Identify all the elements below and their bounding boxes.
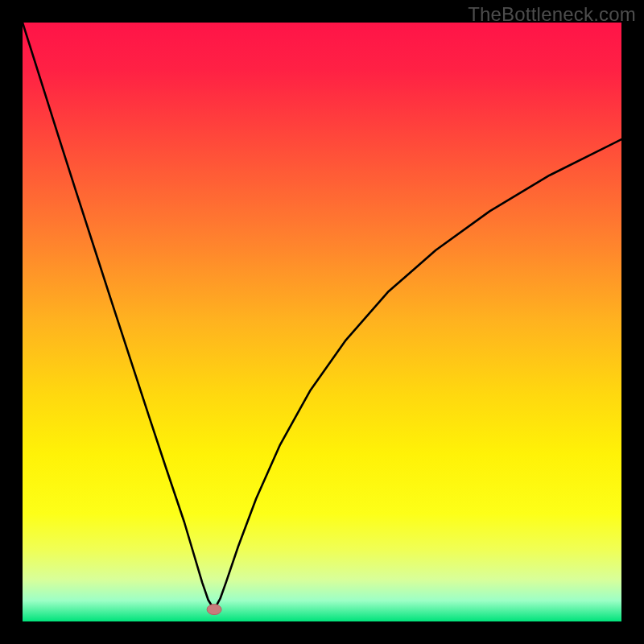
gradient-background: [23, 23, 621, 621]
plot-area: [23, 23, 621, 621]
minimum-marker: [207, 605, 221, 615]
chart-frame: TheBottleneck.com: [0, 0, 644, 644]
chart-svg: [23, 23, 621, 621]
watermark-text: TheBottleneck.com: [468, 3, 636, 26]
